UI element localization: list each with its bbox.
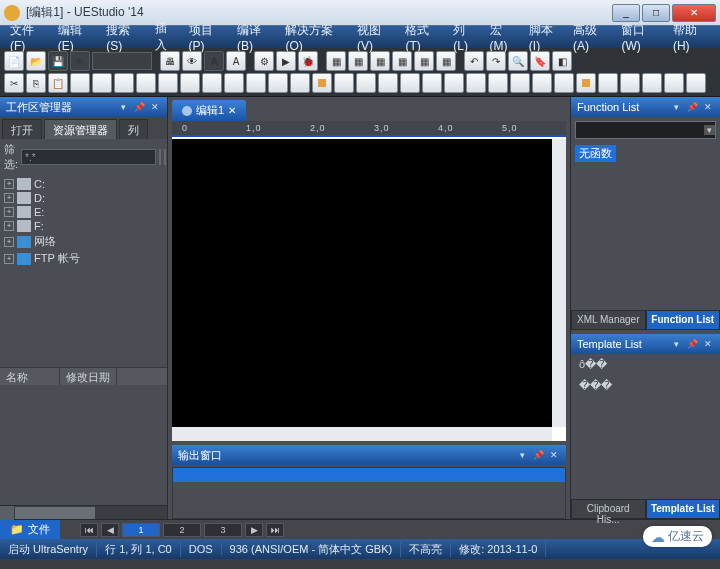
status-codepage[interactable]: 936 (ANSI/OEM - 简体中文 GBK) bbox=[222, 542, 402, 557]
pager-last[interactable]: ⏭ bbox=[266, 523, 284, 537]
tmpl-pin-icon[interactable]: 📌 bbox=[686, 338, 698, 350]
filter-picker-icon[interactable] bbox=[159, 149, 161, 165]
file-tab-close-icon[interactable]: ✕ bbox=[228, 105, 236, 116]
filter-input[interactable] bbox=[21, 149, 156, 165]
files-tab[interactable]: 📁 文件 bbox=[0, 520, 60, 539]
tb-a30-icon[interactable] bbox=[642, 73, 662, 93]
tab-explorer[interactable]: 资源管理器 bbox=[44, 119, 117, 139]
tab-column[interactable]: 列 bbox=[119, 119, 148, 139]
saveall-icon[interactable]: ⎘ bbox=[70, 51, 90, 71]
tmpl-dd-icon[interactable]: ▾ bbox=[670, 338, 682, 350]
funclist-pin-icon[interactable]: 📌 bbox=[686, 101, 698, 113]
tb-a21-icon[interactable] bbox=[444, 73, 464, 93]
workspace-header[interactable]: 工作区管理器 ▾ 📌 ✕ bbox=[0, 97, 167, 117]
output-header[interactable]: 输出窗口 ▾ 📌 ✕ bbox=[172, 445, 566, 465]
new-file-icon[interactable]: 📄 bbox=[4, 51, 24, 71]
toggle-icon[interactable]: ◧ bbox=[552, 51, 572, 71]
tb-a11-icon[interactable] bbox=[224, 73, 244, 93]
menu-macro[interactable]: 宏(M) bbox=[484, 20, 523, 55]
tb-a9-icon[interactable] bbox=[180, 73, 200, 93]
redo-icon[interactable]: ↷ bbox=[486, 51, 506, 71]
tb-a32-icon[interactable] bbox=[686, 73, 706, 93]
debug-icon[interactable]: 🐞 bbox=[298, 51, 318, 71]
panel-close-icon[interactable]: ✕ bbox=[149, 101, 161, 113]
tb-a10-icon[interactable] bbox=[202, 73, 222, 93]
tb-a12-icon[interactable] bbox=[246, 73, 266, 93]
tb-a31-icon[interactable] bbox=[664, 73, 684, 93]
tb-a16-icon[interactable] bbox=[334, 73, 354, 93]
panel-pin-icon[interactable]: 📌 bbox=[133, 101, 145, 113]
tb-a7-icon[interactable] bbox=[136, 73, 156, 93]
doc2-icon[interactable]: ▦ bbox=[348, 51, 368, 71]
tb-a17-icon[interactable] bbox=[356, 73, 376, 93]
tab-open[interactable]: 打开 bbox=[2, 119, 42, 139]
tb-a18-icon[interactable] bbox=[378, 73, 398, 93]
menu-search[interactable]: 搜索(S) bbox=[100, 20, 148, 55]
preview-icon[interactable]: 👁 bbox=[182, 51, 202, 71]
tb-a6-icon[interactable] bbox=[114, 73, 134, 93]
menu-file[interactable]: 文件(F) bbox=[4, 20, 52, 55]
col-name[interactable]: 名称 bbox=[0, 368, 60, 385]
text-editor[interactable] bbox=[172, 139, 552, 427]
tmpl-close-icon[interactable]: ✕ bbox=[702, 338, 714, 350]
tb-cut-icon[interactable]: ✂ bbox=[4, 73, 24, 93]
output-dropdown-icon[interactable]: ▾ bbox=[516, 449, 528, 461]
tmpl-item-1[interactable]: ô�� bbox=[571, 354, 720, 375]
editor-hscroll[interactable] bbox=[172, 427, 552, 441]
menu-advanced[interactable]: 高级(A) bbox=[567, 20, 615, 55]
status-launch[interactable]: 启动 UltraSentry bbox=[0, 542, 97, 557]
tb-a29-icon[interactable] bbox=[620, 73, 640, 93]
tab-clipboard-history[interactable]: Clipboard His... bbox=[571, 499, 646, 519]
tb-a22-icon[interactable] bbox=[466, 73, 486, 93]
doc6-icon[interactable]: ▦ bbox=[436, 51, 456, 71]
font-icon[interactable]: A bbox=[226, 51, 246, 71]
menu-format[interactable]: 格式(T) bbox=[399, 20, 447, 55]
tb-a26-icon[interactable] bbox=[554, 73, 574, 93]
menu-view[interactable]: 视图(V) bbox=[351, 20, 399, 55]
status-lineend[interactable]: DOS bbox=[181, 543, 222, 555]
file-tab-1[interactable]: 编辑1 ✕ bbox=[172, 100, 246, 121]
bookmark-icon[interactable]: 🔖 bbox=[530, 51, 550, 71]
tb-a4-icon[interactable] bbox=[70, 73, 90, 93]
file-list[interactable] bbox=[0, 385, 167, 505]
tb-a20-icon[interactable] bbox=[422, 73, 442, 93]
file-list-header[interactable]: 名称 修改日期 bbox=[0, 367, 167, 385]
noarg-tag[interactable]: 无函数 bbox=[575, 145, 616, 162]
build-icon[interactable]: ⚙ bbox=[254, 51, 274, 71]
output-pin-icon[interactable]: 📌 bbox=[532, 449, 544, 461]
drive-tree[interactable]: +C: +D: +E: +F: +网络 +FTP 帐号 bbox=[0, 175, 167, 367]
save-icon[interactable]: 💾 bbox=[48, 51, 68, 71]
tb-a5-icon[interactable] bbox=[92, 73, 112, 93]
menu-column[interactable]: 列(L) bbox=[447, 20, 483, 55]
tmpl-body[interactable]: ô�� ��� bbox=[571, 354, 720, 500]
tab-xml-manager[interactable]: XML Manager bbox=[571, 310, 646, 330]
output-close-icon[interactable]: ✕ bbox=[548, 449, 560, 461]
tab-function-list[interactable]: Function List bbox=[646, 310, 721, 330]
menu-solution[interactable]: 解决方案(O) bbox=[279, 20, 351, 55]
folder-up-icon[interactable] bbox=[164, 149, 166, 165]
menu-project[interactable]: 项目(P) bbox=[183, 20, 231, 55]
menu-help[interactable]: 帮助(H) bbox=[667, 20, 716, 55]
tb-a14-icon[interactable] bbox=[290, 73, 310, 93]
tb-flag1-icon[interactable] bbox=[312, 73, 332, 93]
menu-edit[interactable]: 编辑(E) bbox=[52, 20, 100, 55]
pager-first[interactable]: ⏮ bbox=[80, 523, 98, 537]
find-icon[interactable]: 🔍 bbox=[508, 51, 528, 71]
tb-a23-icon[interactable] bbox=[488, 73, 508, 93]
output-body[interactable] bbox=[172, 467, 566, 519]
tb-a13-icon[interactable] bbox=[268, 73, 288, 93]
tb-flag2-icon[interactable] bbox=[576, 73, 596, 93]
left-hscroll[interactable] bbox=[0, 505, 167, 519]
pager-1[interactable]: 1 bbox=[122, 523, 160, 537]
pager-2[interactable]: 2 bbox=[163, 523, 201, 537]
panel-dropdown-icon[interactable]: ▾ bbox=[117, 101, 129, 113]
pager-prev[interactable]: ◀ bbox=[101, 523, 119, 537]
print-icon[interactable]: 🖶 bbox=[160, 51, 180, 71]
pager-next[interactable]: ▶ bbox=[245, 523, 263, 537]
tb-a8-icon[interactable] bbox=[158, 73, 178, 93]
bold-icon[interactable]: A bbox=[204, 51, 224, 71]
tb-paste-icon[interactable]: 📋 bbox=[48, 73, 68, 93]
editor-vscroll[interactable] bbox=[552, 139, 566, 427]
pager-3[interactable]: 3 bbox=[204, 523, 242, 537]
tab-template-list[interactable]: Template List bbox=[646, 499, 721, 519]
